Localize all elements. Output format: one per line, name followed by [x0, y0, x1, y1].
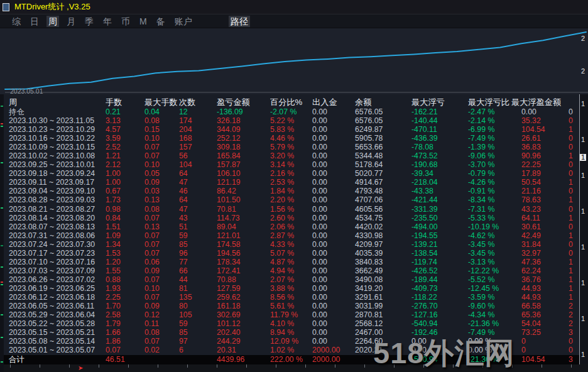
- axis-tick: [246, 364, 247, 368]
- cell-max_float_profit: 78.63: [521, 195, 569, 204]
- cell-pct: 2.06 %: [270, 222, 312, 231]
- cell-lots: 3.59: [106, 134, 144, 143]
- menu-item-7[interactable]: 币: [119, 16, 132, 27]
- cell-balance: 3662.49: [355, 266, 411, 275]
- menu-item-5[interactable]: 季: [83, 16, 95, 27]
- table-row[interactable]: 2023.07.17 ~ 2023.07.231.530.0796194.565…: [0, 249, 579, 258]
- cell-balance: 4914.67: [355, 178, 411, 187]
- table-row[interactable]: 2023.10.23 ~ 2023.10.294.570.15204344.09…: [0, 125, 579, 134]
- price-scale-label: 1: [581, 172, 585, 179]
- cell-pct: 5.22 %: [270, 116, 312, 125]
- cell-count: 47: [179, 205, 217, 214]
- cell-count: 96: [179, 249, 217, 258]
- equity-curve: [5, 32, 586, 89]
- cell-clipped: 0: [569, 134, 579, 143]
- cell-lots: 4.57: [106, 125, 144, 134]
- cell-lots: 0.67: [106, 187, 144, 195]
- axis-tick: [571, 364, 572, 368]
- table-row[interactable]: 2023.09.11 ~ 2023.09.171.000.0947121.192…: [0, 178, 579, 187]
- table-row[interactable]: 2023.07.24 ~ 2023.07.301.340.0785174.584…: [0, 240, 579, 249]
- cell-count: 81: [179, 284, 217, 293]
- menu-item-4[interactable]: 月: [65, 16, 77, 27]
- cell-max_float_loss_pct: -7.31 %: [468, 205, 521, 214]
- cell-in_out: 0.00: [312, 222, 355, 231]
- menu-item-9[interactable]: 备: [155, 16, 167, 27]
- price-scale-label: 2: [581, 68, 585, 75]
- cell-max_float_loss: -190.68: [411, 160, 468, 169]
- cell-max_float_loss_pct: -0.79 %: [468, 169, 521, 178]
- cell-balance: 6576.05: [355, 116, 411, 125]
- cell-lots: 1.21: [106, 151, 144, 160]
- cell-max_float_loss_pct: -2.47 %: [468, 107, 521, 116]
- cell-max_lots: 0.11: [144, 319, 179, 328]
- cell-in_out: 0.00: [312, 125, 355, 134]
- menu-item-10[interactable]: 账户: [173, 16, 194, 27]
- cell-profit: 20.31: [217, 346, 270, 354]
- price-scale-label: 1: [581, 315, 585, 322]
- cell-max_float_profit: 64.11: [521, 214, 569, 222]
- table-row[interactable]: 2023.08.28 ~ 2023.09.031.730.1364101.502…: [0, 195, 579, 204]
- table-row[interactable]: 2023.10.02 ~ 2023.10.081.210.0756165.843…: [0, 151, 579, 160]
- cell-max_float_loss_pct: -10.19 %: [468, 222, 521, 231]
- menu-item-8[interactable]: M: [138, 16, 149, 27]
- cell-profit: 86.42: [217, 187, 270, 195]
- cell-in_out: 0.00: [312, 337, 355, 346]
- axis-tick: [364, 364, 365, 368]
- price-scale-label: 1: [581, 280, 585, 287]
- edge-mark: [1, 207, 3, 209]
- table-row[interactable]: 2023.06.19 ~ 2023.06.251.930.1081127.593…: [0, 284, 579, 293]
- table-row[interactable]: 2023.06.05 ~ 2023.06.111.700.0980161.185…: [0, 302, 579, 310]
- cell-lots: 2.52: [106, 143, 144, 151]
- title-bar: MTDriver统计 ,V3.25: [0, 0, 588, 14]
- current-price-label: 1: [580, 154, 586, 161]
- menu-item-2[interactable]: 日: [28, 16, 41, 27]
- price-scale-label: 1: [581, 244, 585, 251]
- table-row[interactable]: 2023.08.21 ~ 2023.08.270.980.084770.811.…: [0, 205, 579, 214]
- table-row[interactable]: 2023.07.03 ~ 2023.07.091.550.0966172.414…: [0, 266, 579, 275]
- table-row[interactable]: 2023.07.10 ~ 2023.07.161.200.0677178.344…: [0, 258, 579, 266]
- menu-item-3[interactable]: 周: [46, 16, 59, 27]
- cell-max_lots: 0.07: [144, 231, 179, 240]
- col-header-8: 最大浮亏: [411, 98, 468, 107]
- table-row[interactable]: 2023.06.12 ~ 2023.06.182.250.07135259.62…: [0, 293, 579, 302]
- cell-max_float_profit: 50.54: [521, 178, 569, 187]
- cell-date: 2023.07.24 ~ 2023.07.30: [9, 240, 106, 249]
- menu-item-1[interactable]: 综: [10, 16, 23, 27]
- table-row[interactable]: 2023.09.04 ~ 2023.09.100.670.034686.421.…: [0, 187, 579, 195]
- menu-item-6[interactable]: 年: [101, 16, 114, 27]
- cell-count: 135: [179, 293, 217, 302]
- holding-row[interactable]: 持仓0.210.0412-136.09-2.07 %0.006576.05-16…: [0, 107, 579, 116]
- table-row[interactable]: 2023.09.18 ~ 2023.09.241.000.0564106.102…: [0, 169, 579, 178]
- cell-clipped: 0: [569, 205, 579, 214]
- cell-count: 59: [179, 319, 217, 328]
- cell-max_float_loss: -43.38: [411, 187, 468, 195]
- table-row[interactable]: 2023.06.26 ~ 2023.07.020.880.074470.882.…: [0, 275, 579, 284]
- cell-max_float_loss_pct: -2.14 %: [468, 116, 521, 125]
- cell-max_float_profit: 44.93: [521, 293, 569, 302]
- table-row[interactable]: 2023.08.14 ~ 2023.08.200.840.0743114.732…: [0, 214, 579, 222]
- cell-lots: 1.86: [106, 337, 144, 346]
- cell-count: 80: [179, 302, 217, 310]
- cell-max_float_profit: 17.89: [521, 169, 569, 178]
- cell-clipped: 1: [569, 275, 579, 284]
- table-row[interactable]: 2023.05.22 ~ 2023.05.281.790.1159101.124…: [0, 319, 579, 328]
- cell-date: 2023.10.30 ~ 2023.11.05: [9, 116, 106, 125]
- table-row[interactable]: 2023.07.31 ~ 2023.08.061.090.0759121.012…: [0, 231, 579, 240]
- cell-max_float_loss_pct: -3.45 %: [468, 249, 521, 258]
- cell-profit: 326.18: [217, 116, 270, 125]
- cell-count: 64: [179, 169, 217, 178]
- cell-profit: 174.58: [217, 240, 270, 249]
- menu-item-11[interactable]: 路径: [229, 16, 250, 27]
- cell-lots: 2.58: [106, 310, 144, 319]
- table-row[interactable]: 2023.05.29 ~ 2023.06.042.580.12105302.69…: [0, 310, 579, 319]
- cell-max_lots: 0.04: [144, 107, 179, 116]
- table-row[interactable]: 2023.10.30 ~ 2023.11.053.130.08174326.18…: [0, 116, 579, 125]
- table-row[interactable]: 2023.10.09 ~ 2023.10.152.520.07157309.18…: [0, 143, 579, 151]
- cell-pct: 5.79 %: [270, 143, 312, 151]
- table-row[interactable]: 2023.09.25 ~ 2023.10.012.120.10104157.87…: [0, 160, 579, 169]
- cell-pct: 2.87 %: [270, 231, 312, 240]
- table-row[interactable]: 2023.10.16 ~ 2023.10.223.590.10168252.12…: [0, 134, 579, 143]
- cell-max_float_loss_pct: -8.34 %: [468, 195, 521, 204]
- cell-clipped: 0: [569, 160, 579, 169]
- table-row[interactable]: 2023.08.07 ~ 2023.08.131.510.135189.042.…: [0, 222, 579, 231]
